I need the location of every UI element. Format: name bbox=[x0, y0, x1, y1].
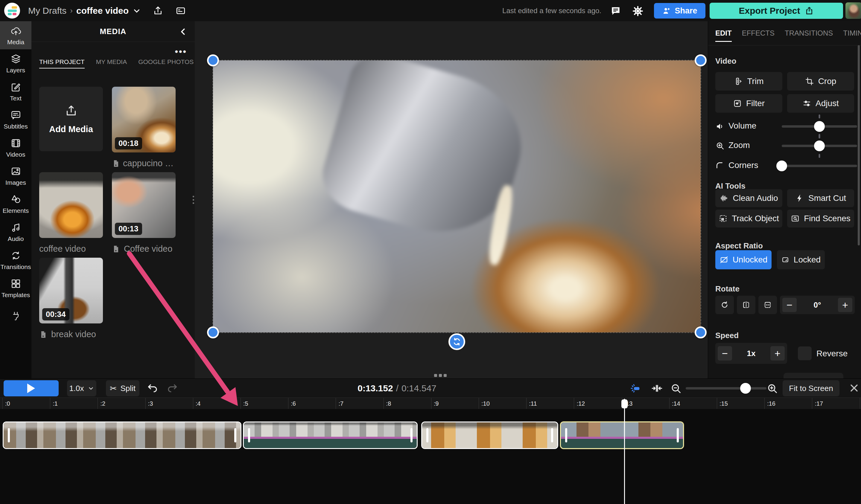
share-button[interactable]: Share bbox=[654, 3, 706, 18]
timeline-ruler[interactable]: :0:1:2:3:4:5:6:7:8:9:10:11:12:13:14:15:1… bbox=[0, 397, 861, 409]
crop-button[interactable]: Crop bbox=[787, 72, 854, 90]
close-timeline-icon[interactable] bbox=[847, 381, 861, 395]
rotate-90-button[interactable] bbox=[715, 296, 734, 314]
user-avatar[interactable] bbox=[845, 2, 861, 19]
sidebar-item-text[interactable]: Text bbox=[0, 78, 31, 106]
speed-plus-button[interactable]: + bbox=[770, 346, 785, 361]
find-scenes-button[interactable]: Find Scenes bbox=[787, 210, 854, 227]
sidebar-item-images[interactable]: Images bbox=[0, 162, 31, 190]
fit-clip-arrows-icon[interactable] bbox=[651, 382, 663, 394]
media-tab-google-photos[interactable]: GOOGLE PHOTOS bbox=[138, 58, 194, 68]
zoom-in-icon[interactable] bbox=[766, 383, 778, 395]
track-object-button[interactable]: Track Object bbox=[715, 210, 782, 227]
kapwing-logo-icon[interactable] bbox=[4, 3, 20, 18]
sidebar-item-audio[interactable]: Audio bbox=[0, 218, 31, 246]
comment-icon[interactable] bbox=[610, 5, 622, 17]
smart-cut-button[interactable]: Smart Cut bbox=[787, 189, 854, 207]
corners-slider-thumb[interactable] bbox=[776, 160, 787, 171]
clean-audio-button[interactable]: Clean Audio bbox=[715, 189, 782, 207]
resize-handle-bottom-right[interactable] bbox=[695, 326, 707, 338]
play-button[interactable] bbox=[4, 380, 59, 396]
rotate-plus-button[interactable]: + bbox=[838, 298, 852, 312]
volume-slider[interactable] bbox=[782, 125, 857, 128]
trim-handle-left[interactable] bbox=[426, 428, 428, 443]
media-thumbnail[interactable]: 00:13 bbox=[112, 172, 176, 238]
add-media-button[interactable]: Add Media bbox=[39, 87, 103, 151]
timeline-divider-handle[interactable] bbox=[434, 374, 447, 377]
panel-scrollbar[interactable] bbox=[858, 45, 860, 246]
flip-horizontal-button[interactable] bbox=[737, 296, 755, 314]
zoom-slider-thumb[interactable] bbox=[814, 140, 825, 151]
playhead-handle[interactable] bbox=[621, 400, 628, 408]
sidebar-item-videos[interactable]: Videos bbox=[0, 134, 31, 162]
reverse-checkbox[interactable] bbox=[798, 347, 812, 360]
trim-button[interactable]: Trim bbox=[715, 72, 782, 90]
zoom-out-icon[interactable] bbox=[670, 383, 682, 395]
media-item[interactable]: coffee video bbox=[39, 172, 103, 254]
timeline-clip-4[interactable] bbox=[560, 421, 684, 449]
filter-button[interactable]: Filter bbox=[715, 94, 782, 113]
trim-handle-left[interactable] bbox=[248, 428, 250, 443]
aspect-locked-button[interactable]: Locked bbox=[777, 250, 825, 269]
upload-icon[interactable] bbox=[153, 5, 163, 16]
playhead[interactable] bbox=[624, 399, 625, 504]
split-button[interactable]: ✂ Split bbox=[106, 380, 139, 396]
sidebar-item-elements[interactable]: Elements bbox=[0, 190, 31, 218]
tab-edit[interactable]: EDIT bbox=[715, 29, 732, 42]
flip-vertical-button[interactable] bbox=[758, 296, 777, 314]
sidebar-item-layers[interactable]: Layers bbox=[0, 49, 31, 78]
chevron-down-icon[interactable] bbox=[132, 6, 141, 15]
rotate-layer-handle[interactable] bbox=[449, 333, 465, 350]
aspect-unlocked-button[interactable]: Unlocked bbox=[715, 250, 771, 269]
tab-timing[interactable]: TIMING bbox=[843, 29, 861, 42]
media-thumbnail[interactable] bbox=[39, 172, 103, 238]
trim-handle-right[interactable] bbox=[551, 428, 553, 443]
trim-handle-right[interactable] bbox=[677, 428, 679, 443]
sidebar-item-templates[interactable]: Templates bbox=[0, 274, 31, 302]
redo-button[interactable] bbox=[166, 382, 178, 394]
timeline-clip-3[interactable] bbox=[421, 421, 558, 449]
panel-resize-handle[interactable] bbox=[193, 196, 194, 204]
tab-transitions[interactable]: TRANSITIONS bbox=[785, 29, 833, 42]
playback-speed-button[interactable]: 1.0x bbox=[67, 380, 96, 396]
collapse-panel-icon[interactable] bbox=[178, 27, 188, 37]
sidebar-item-transitions[interactable]: Transitions bbox=[0, 246, 31, 274]
video-layer[interactable] bbox=[213, 60, 701, 332]
fit-to-screen-button[interactable]: Fit to Screen bbox=[783, 380, 839, 396]
trim-handle-left[interactable] bbox=[8, 428, 10, 443]
media-overflow-menu-icon[interactable]: ••• bbox=[175, 49, 187, 55]
resize-handle-top-right[interactable] bbox=[695, 54, 707, 66]
gear-icon[interactable] bbox=[632, 5, 644, 17]
trim-handle-right[interactable] bbox=[410, 428, 412, 443]
media-tab-my-media[interactable]: MY MEDIA bbox=[96, 58, 127, 68]
media-item[interactable]: 00:34break video bbox=[39, 258, 103, 339]
tab-effects[interactable]: EFFECTS bbox=[742, 29, 775, 42]
corners-slider[interactable] bbox=[782, 165, 857, 167]
trim-handle-left[interactable] bbox=[565, 428, 567, 443]
media-thumbnail[interactable]: 00:18 bbox=[112, 87, 176, 152]
project-title[interactable]: coffee video bbox=[76, 6, 129, 16]
tlzoom-slider-thumb[interactable] bbox=[740, 383, 751, 394]
media-tab-this-project[interactable]: THIS PROJECT bbox=[39, 58, 85, 68]
timeline-clip-1[interactable] bbox=[3, 421, 242, 449]
timeline-tracks[interactable] bbox=[0, 409, 861, 504]
timeline-clip-2[interactable] bbox=[243, 421, 418, 449]
adjust-button[interactable]: Adjust bbox=[787, 94, 854, 113]
speed-minus-button[interactable]: − bbox=[718, 346, 732, 361]
sidebar-item-media[interactable]: Media bbox=[0, 21, 31, 49]
zoom-slider[interactable] bbox=[782, 145, 857, 147]
sidebar-item-subtitles[interactable]: Subtitles bbox=[0, 106, 31, 134]
timeline-zoom-slider[interactable] bbox=[686, 387, 766, 390]
volume-slider-thumb[interactable] bbox=[814, 121, 825, 132]
media-item[interactable]: 00:13Coffee video bbox=[112, 172, 176, 254]
notes-card-icon[interactable] bbox=[175, 5, 186, 16]
media-thumbnail[interactable]: 00:34 bbox=[39, 258, 103, 323]
breadcrumb-my-drafts[interactable]: My Drafts bbox=[28, 6, 66, 16]
export-project-button[interactable]: Export Project bbox=[710, 3, 843, 19]
trim-handle-right[interactable] bbox=[234, 428, 236, 443]
rotate-minus-button[interactable]: − bbox=[782, 298, 797, 312]
resize-handle-top-left[interactable] bbox=[207, 54, 219, 66]
sidebar-item-plugins[interactable] bbox=[0, 302, 31, 330]
undo-button[interactable] bbox=[147, 382, 159, 394]
preview-canvas[interactable] bbox=[195, 21, 708, 378]
